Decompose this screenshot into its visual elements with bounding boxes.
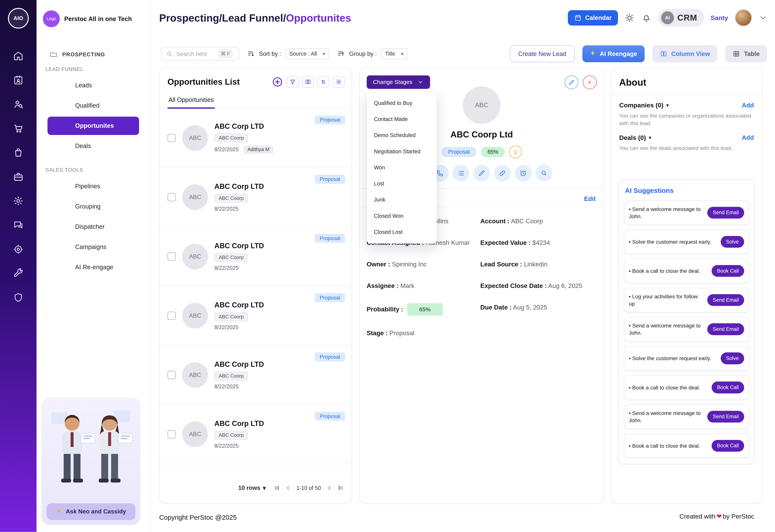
send-email-button[interactable]: Send Email bbox=[707, 323, 744, 335]
row-checkbox[interactable] bbox=[167, 134, 176, 142]
book-call-button[interactable]: Book Call bbox=[712, 382, 744, 393]
add-opportunity-icon[interactable] bbox=[272, 76, 284, 88]
sidebar-item-pipelines[interactable]: Pipelines bbox=[47, 177, 139, 195]
tools-icon[interactable] bbox=[13, 268, 24, 279]
edit-link[interactable]: Edit bbox=[584, 195, 596, 202]
opportunity-row[interactable]: ABC ABC Corp LTD ABC Coorp 8/22/2025 Pro… bbox=[159, 227, 352, 286]
chevron-down-icon[interactable] bbox=[759, 14, 767, 22]
ask-neo-cassidy-button[interactable]: Ask Neo and Cassidy bbox=[47, 503, 135, 520]
group-select[interactable]: Title▾ bbox=[381, 48, 408, 59]
menu-item-contact-made[interactable]: Contact Made bbox=[367, 111, 436, 127]
gear-icon[interactable] bbox=[333, 76, 345, 88]
bag-icon[interactable] bbox=[13, 147, 24, 158]
chat-icon[interactable] bbox=[13, 220, 24, 230]
change-stages-button[interactable]: Change Stages bbox=[367, 75, 430, 89]
settings-icon[interactable] bbox=[13, 244, 24, 255]
solve-button[interactable]: Solve bbox=[721, 236, 744, 248]
menu-item-won[interactable]: Won bbox=[367, 160, 436, 176]
row-checkbox[interactable] bbox=[167, 193, 176, 201]
sort-select[interactable]: Source : All▾ bbox=[285, 48, 329, 59]
sidebar-item-campaigns[interactable]: Campaigns bbox=[47, 238, 139, 256]
menu-item-qualified-to-buy[interactable]: Qualified to Buy bbox=[367, 95, 436, 111]
send-email-button[interactable]: Send Email bbox=[707, 207, 744, 219]
search-input[interactable] bbox=[176, 51, 215, 57]
sidebar-item-dispatcher[interactable]: Dispatcher bbox=[47, 218, 139, 236]
menu-item-lost[interactable]: Lost bbox=[367, 176, 436, 192]
row-date: 8/22/2025 bbox=[215, 443, 239, 449]
add-deal-link[interactable]: Add bbox=[742, 134, 754, 141]
menu-item-closed-won[interactable]: Closed Won bbox=[367, 208, 436, 224]
tab-all-opportunities[interactable]: All Opportunities bbox=[167, 92, 215, 109]
send-email-button[interactable]: Send Email bbox=[707, 411, 744, 423]
stage-badge: Proposal bbox=[315, 412, 345, 421]
deals-description: You can see the deals associated with th… bbox=[619, 144, 754, 152]
ai-reengage-button[interactable]: AI Reengage bbox=[583, 45, 645, 62]
companies-toggle[interactable]: Companies (0)▾ bbox=[619, 102, 669, 109]
theme-sun-icon[interactable] bbox=[625, 13, 635, 23]
notifications-bell-icon[interactable] bbox=[641, 13, 652, 23]
rows-per-page-select[interactable]: 10 rows▾ bbox=[238, 485, 266, 492]
company-chip: ABC Coorp bbox=[215, 431, 248, 440]
list-icon[interactable] bbox=[452, 165, 469, 182]
deals-section: Deals (0)▾ Add You can see the deals ass… bbox=[611, 127, 762, 152]
sidebar: Logo Perstoc All in one Tech PROSPECTING… bbox=[36, 0, 150, 532]
opportunity-row[interactable]: ABC ABC Corp LTD ABC Coorp 8/22/2025 Pro… bbox=[159, 168, 352, 227]
reminder-clock-icon[interactable] bbox=[515, 165, 532, 182]
row-checkbox[interactable] bbox=[167, 430, 176, 438]
solve-button[interactable]: Solve bbox=[721, 352, 744, 364]
sidebar-item-qualified[interactable]: Qualified bbox=[47, 96, 139, 115]
filter-icon[interactable] bbox=[287, 76, 299, 88]
deals-toggle[interactable]: Deals (0)▾ bbox=[619, 134, 651, 141]
book-call-button[interactable]: Book Call bbox=[712, 265, 744, 277]
menu-item-closed-lost[interactable]: Closed Lost bbox=[367, 224, 436, 240]
search-icon[interactable] bbox=[535, 165, 552, 182]
create-new-lead-button[interactable]: Create New Lead bbox=[510, 45, 574, 62]
sidebar-item-deals[interactable]: Deals bbox=[47, 137, 139, 155]
shield-icon[interactable] bbox=[13, 292, 24, 303]
close-panel-icon[interactable] bbox=[583, 75, 597, 89]
opportunity-row[interactable]: ABC ABC Corp LTD ABC Coorp 8/22/2025 Pro… bbox=[159, 346, 352, 405]
book-call-button[interactable]: Book Call bbox=[712, 440, 744, 452]
menu-item-demo-scheduled[interactable]: Demo Scheduled bbox=[367, 127, 436, 143]
sidebar-item-grouping[interactable]: Grouping bbox=[47, 197, 139, 216]
column-view-icon bbox=[660, 50, 667, 57]
user-avatar[interactable] bbox=[735, 9, 752, 27]
opportunity-row[interactable]: ABC ABC Corp LTD ABC Coorp 8/22/2025Adit… bbox=[159, 109, 352, 168]
next-page-icon[interactable] bbox=[326, 485, 332, 491]
link-icon[interactable] bbox=[494, 165, 511, 182]
cart-icon[interactable] bbox=[13, 123, 24, 134]
send-email-button[interactable]: Send Email bbox=[707, 294, 744, 306]
add-company-link[interactable]: Add bbox=[742, 102, 754, 109]
columns-icon[interactable] bbox=[302, 76, 314, 88]
brand-logo: Logo bbox=[43, 10, 60, 27]
edit-icon[interactable] bbox=[473, 165, 490, 182]
home-icon[interactable] bbox=[13, 50, 24, 61]
opportunity-row[interactable]: ABC ABC Corp LTD ABC Coorp 8/22/2025 Pro… bbox=[159, 286, 352, 345]
sort-updown-icon[interactable] bbox=[318, 76, 329, 88]
contacts-icon[interactable] bbox=[13, 74, 24, 85]
table-view-button[interactable]: Table bbox=[725, 45, 767, 62]
breadcrumb-current: Opportunites bbox=[286, 12, 351, 24]
briefcase-icon[interactable] bbox=[13, 171, 24, 182]
group-icon bbox=[337, 50, 345, 58]
lead-funnel-nav: Leads Qualified Opportunites Deals bbox=[47, 76, 139, 155]
search-box[interactable]: ⌘ F bbox=[161, 47, 239, 60]
menu-item-negotiation-started[interactable]: Negotiation Started bbox=[367, 143, 436, 160]
last-page-icon[interactable] bbox=[337, 485, 344, 491]
prev-page-icon[interactable] bbox=[285, 485, 292, 491]
calendar-button[interactable]: Calendar bbox=[568, 10, 618, 26]
sidebar-item-opportunites[interactable]: Opportunites bbox=[47, 117, 139, 135]
automation-icon[interactable] bbox=[13, 195, 24, 206]
insight-bulb-icon[interactable] bbox=[509, 146, 522, 158]
sidebar-item-leads[interactable]: Leads bbox=[47, 76, 139, 95]
lead-search-icon[interactable] bbox=[13, 99, 24, 109]
row-checkbox[interactable] bbox=[167, 252, 176, 261]
column-view-button[interactable]: Column View bbox=[652, 45, 717, 62]
edit-lead-icon[interactable] bbox=[564, 75, 578, 89]
sidebar-item-ai-reengage[interactable]: AI Re-engage bbox=[47, 258, 139, 276]
row-checkbox[interactable] bbox=[167, 312, 176, 320]
opportunity-row[interactable]: ABC ABC Corp LTD ABC Coorp 8/22/2025 Pro… bbox=[159, 405, 352, 464]
menu-item-junk[interactable]: Junk bbox=[367, 192, 436, 208]
first-page-icon[interactable] bbox=[274, 485, 280, 491]
row-checkbox[interactable] bbox=[167, 371, 176, 379]
